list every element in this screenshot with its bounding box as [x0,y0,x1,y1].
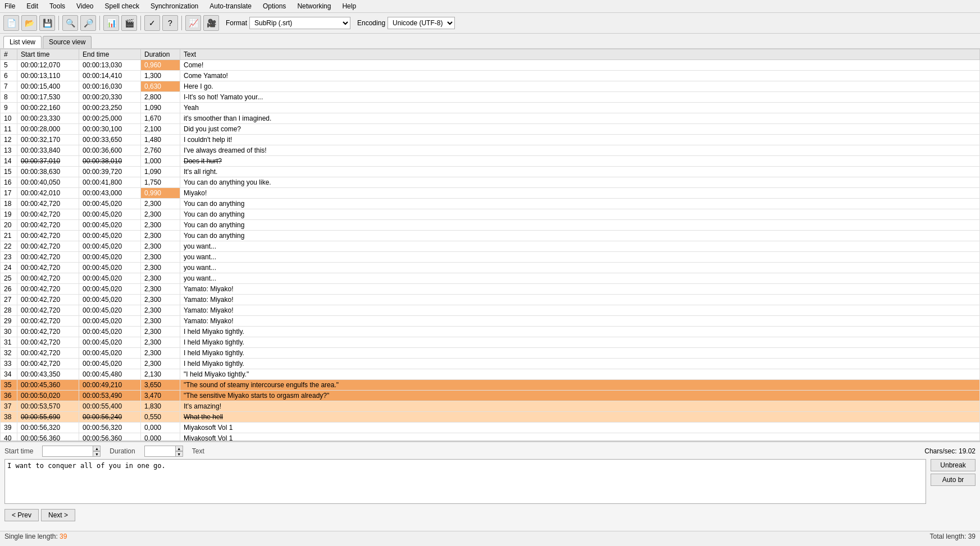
table-row[interactable]: 1800:00:42,72000:00:45,0202,300You can d… [1,199,980,209]
menu-tools[interactable]: Tools [47,1,67,11]
find-button[interactable]: 🔍 [62,15,78,31]
menu-help[interactable]: Help [340,1,358,11]
menu-spellcheck[interactable]: Spell check [103,1,142,11]
row-num: 32 [1,348,17,359]
table-row[interactable]: 2600:00:42,72000:00:45,0202,300Yamato: M… [1,284,980,295]
table-row[interactable]: 3500:00:45,36000:00:49,2103,650"The soun… [1,380,980,391]
tab-list-view[interactable]: List view [3,36,42,48]
auto-br-button[interactable]: Auto br [931,474,976,486]
row-duration: 1,670 [141,113,180,124]
table-row[interactable]: 3400:00:43,35000:00:45,4802,130"I held M… [1,369,980,380]
menu-file[interactable]: File [2,1,17,11]
row-num: 26 [1,284,17,295]
table-row[interactable]: 3900:00:56,32000:00:56,3200,000Miyakosof… [1,423,980,433]
spell-button[interactable]: ✓ [144,15,160,31]
open-button[interactable]: 📂 [21,15,37,31]
table-row[interactable]: 1700:00:42,01000:00:43,0000,990Miyako! [1,188,980,199]
table-row[interactable]: 500:00:12,07000:00:13,0300,960Come! [1,60,980,71]
row-start: 00:00:42,720 [17,295,79,305]
table-row[interactable]: 1900:00:42,72000:00:45,0202,300You can d… [1,209,980,220]
table-row[interactable]: 2500:00:42,72000:00:45,0202,300you want.… [1,273,980,284]
waveform-button[interactable]: 📊 [103,15,119,31]
table-row[interactable]: 600:00:13,11000:00:14,4101,300Come Yamat… [1,71,980,81]
table-row[interactable]: 3600:00:50,02000:00:53,4903,470"The sens… [1,391,980,401]
table-row[interactable]: 1500:00:38,63000:00:39,7201,090It's all … [1,167,980,177]
table-row[interactable]: 2100:00:42,72000:00:45,0202,300You can d… [1,231,980,241]
format-select[interactable]: SubRip (.srt) MicroDVD Advanced SubStati… [249,17,350,29]
menu-autotranslate[interactable]: Auto-translate [207,1,254,11]
table-row[interactable]: 2400:00:42,72000:00:45,0202,300you want.… [1,263,980,273]
table-row[interactable]: 1300:00:33,84000:00:36,6002,760I've alwa… [1,145,980,156]
table-row[interactable]: 3700:00:53,57000:00:55,4001,830It's amaz… [1,401,980,412]
row-duration: 2,300 [141,273,180,284]
menu-sync[interactable]: Synchronization [148,1,200,11]
duration-up[interactable]: ▲ [175,446,183,451]
menu-video[interactable]: Video [74,1,95,11]
menu-options[interactable]: Options [261,1,288,11]
new-button[interactable]: 📄 [3,15,19,31]
table-row[interactable]: 2800:00:42,72000:00:45,0202,300Yamato: M… [1,305,980,316]
table-row[interactable]: 800:00:17,53000:00:20,3302,800I-It's so … [1,92,980,103]
duration-input[interactable]: 2.050 [144,446,175,457]
table-row[interactable]: 1000:00:23,33000:00:25,0001,670it's smoo… [1,113,980,124]
row-end: 00:00:13,030 [79,60,141,71]
next-button[interactable]: Next > [41,509,75,521]
table-row[interactable]: 3300:00:42,72000:00:45,0202,300I held Mi… [1,359,980,369]
video2-button[interactable]: 🎥 [203,15,219,31]
table-row[interactable]: 900:00:22,16000:00:23,2501,090Yeah [1,103,980,113]
save-button[interactable]: 💾 [39,15,55,31]
start-time-input[interactable]: 00:00:03.600 [42,446,93,457]
encoding-select[interactable]: Unicode (UTF-8) UTF-16 ASCII [388,17,455,29]
table-row[interactable]: 4000:00:56,36000:00:56,3600,000Miyakosof… [1,433,980,442]
start-time-label: Start time [4,447,33,455]
row-num: 14 [1,156,17,167]
table-row[interactable]: 2000:00:42,72000:00:45,0202,300You can d… [1,220,980,231]
row-text: You can do anything [180,209,980,220]
row-num: 12 [1,135,17,145]
table-container[interactable]: # Start time End time Duration Text 500:… [0,49,980,441]
row-num: 36 [1,391,17,401]
unbreak-button[interactable]: Unbreak [931,459,976,471]
row-duration: 2,300 [141,241,180,252]
table-row[interactable]: 1600:00:40,05000:00:41,8001,750You can d… [1,177,980,188]
menu-networking[interactable]: Networking [295,1,333,11]
replace-button[interactable]: 🔎 [80,15,96,31]
row-end: 00:00:45,020 [79,316,141,327]
stats-button[interactable]: 📈 [185,15,201,31]
subtitle-text-editor[interactable] [4,459,926,504]
table-row[interactable]: 3000:00:42,72000:00:45,0202,300I held Mi… [1,327,980,337]
table-row[interactable]: 2900:00:42,72000:00:45,0202,300Yamato: M… [1,316,980,327]
table-row[interactable]: 1400:00:37,01000:00:38,0101,000Does it h… [1,156,980,167]
video-button[interactable]: 🎬 [121,15,137,31]
start-time-up[interactable]: ▲ [93,446,101,451]
row-text: you want... [180,263,980,273]
prev-button[interactable]: < Prev [4,509,39,521]
table-row[interactable]: 700:00:15,40000:00:16,0300,630Here I go. [1,81,980,92]
tab-source-view[interactable]: Source view [43,36,92,48]
row-num: 40 [1,433,17,442]
row-start: 00:00:32,170 [17,135,79,145]
menu-edit[interactable]: Edit [24,1,40,11]
duration-spinner[interactable]: 2.050 ▲ ▼ [144,446,183,457]
editor-text-area [4,459,926,506]
table-row[interactable]: 1200:00:32,17000:00:33,6501,480I couldn'… [1,135,980,145]
row-text: "I held Miyako tightly." [180,369,980,380]
table-row[interactable]: 3100:00:42,72000:00:45,0202,300I held Mi… [1,337,980,348]
table-row[interactable]: 2700:00:42,72000:00:45,0202,300Yamato: M… [1,295,980,305]
editor-fields-row: Start time 00:00:03.600 ▲ ▼ Duration 2.0… [4,446,976,457]
table-row[interactable]: 1100:00:28,00000:00:30,1002,100Did you j… [1,124,980,135]
row-duration: 2,760 [141,145,180,156]
table-row[interactable]: 3800:00:55,69000:00:56,2400,550What the … [1,412,980,423]
table-row[interactable]: 2300:00:42,72000:00:45,0202,300you want.… [1,252,980,263]
row-num: 16 [1,177,17,188]
subtitle-table: # Start time End time Duration Text 500:… [0,49,980,441]
help-btn[interactable]: ? [162,15,178,31]
start-time-spinner[interactable]: 00:00:03.600 ▲ ▼ [42,446,101,457]
row-num: 19 [1,209,17,220]
duration-down[interactable]: ▼ [175,451,183,457]
row-start: 00:00:42,720 [17,199,79,209]
start-time-down[interactable]: ▼ [93,451,101,457]
row-num: 7 [1,81,17,92]
table-row[interactable]: 2200:00:42,72000:00:45,0202,300you want.… [1,241,980,252]
table-row[interactable]: 3200:00:42,72000:00:45,0202,300I held Mi… [1,348,980,359]
